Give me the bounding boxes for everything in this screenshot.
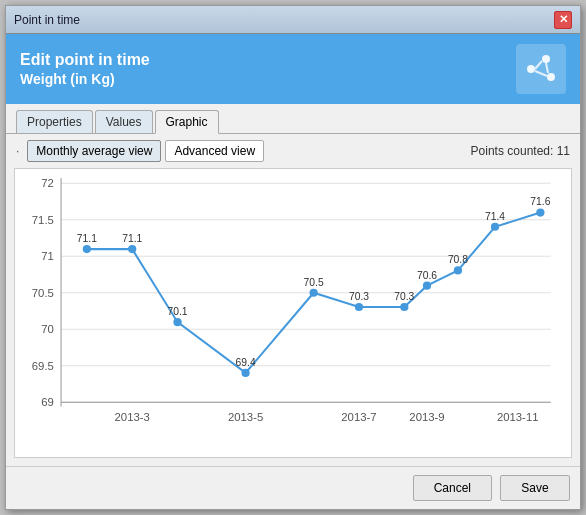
chart-point-0 — [83, 245, 91, 253]
svg-point-0 — [527, 65, 535, 73]
point-label-5: 70.3 — [349, 291, 369, 302]
chart-point-3 — [241, 369, 249, 377]
header-text: Edit point in time Weight (in Kg) — [20, 51, 150, 87]
x-label-2013-3: 2013-3 — [115, 411, 150, 423]
point-label-10: 71.6 — [530, 197, 550, 208]
cancel-button[interactable]: Cancel — [413, 475, 492, 501]
tabs-row: Properties Values Graphic — [6, 104, 580, 134]
point-label-0: 71.1 — [77, 233, 97, 244]
chart-point-4 — [309, 289, 317, 297]
chart-point-1 — [128, 245, 136, 253]
x-label-2013-11: 2013-11 — [497, 411, 539, 423]
tab-properties[interactable]: Properties — [16, 110, 93, 133]
chart-point-9 — [491, 223, 499, 231]
window-title: Point in time — [14, 13, 80, 27]
toolbar-row: · Monthly average view Advanced view Poi… — [6, 134, 580, 168]
point-label-6: 70.3 — [394, 291, 414, 302]
svg-point-1 — [542, 55, 550, 63]
svg-line-3 — [535, 61, 542, 69]
y-label-715: 71.5 — [32, 214, 54, 226]
chart-point-8 — [454, 266, 462, 274]
y-label-70: 70 — [41, 323, 54, 335]
chart-point-7 — [423, 282, 431, 290]
svg-point-2 — [547, 73, 555, 81]
y-label-705: 70.5 — [32, 287, 54, 299]
save-button[interactable]: Save — [500, 475, 570, 501]
header-icon — [516, 44, 566, 94]
point-label-2: 70.1 — [168, 306, 188, 317]
point-label-4: 70.5 — [304, 277, 324, 288]
network-icon — [521, 49, 561, 89]
svg-line-4 — [546, 63, 548, 73]
header-title-line1: Edit point in time — [20, 51, 150, 69]
x-label-2013-5: 2013-5 — [228, 411, 263, 423]
dot-separator: · — [16, 144, 19, 158]
advanced-view-button[interactable]: Advanced view — [165, 140, 264, 162]
tab-values[interactable]: Values — [95, 110, 153, 133]
chart-point-2 — [173, 318, 181, 326]
main-window: Point in time ✕ Edit point in time Weigh… — [5, 5, 581, 510]
titlebar: Point in time ✕ — [6, 6, 580, 34]
close-button[interactable]: ✕ — [554, 11, 572, 29]
svg-line-5 — [535, 71, 547, 76]
x-label-2013-7: 2013-7 — [341, 411, 376, 423]
chart-point-6 — [400, 303, 408, 311]
toolbar-left: · Monthly average view Advanced view — [16, 140, 264, 162]
chart-point-5 — [355, 303, 363, 311]
points-counted-label: Points counted: 11 — [471, 144, 570, 158]
y-label-69: 69 — [41, 396, 54, 408]
y-label-72: 72 — [41, 177, 54, 189]
x-label-2013-9: 2013-9 — [409, 411, 444, 423]
header-title-line2: Weight (in Kg) — [20, 71, 150, 87]
point-label-9: 71.4 — [485, 211, 505, 222]
line-chart: 72 71.5 71 70.5 70 69.5 69 — [25, 173, 561, 447]
monthly-average-view-button[interactable]: Monthly average view — [27, 140, 161, 162]
chart-point-10 — [536, 209, 544, 217]
point-label-7: 70.6 — [417, 270, 437, 281]
y-label-71: 71 — [41, 250, 54, 262]
footer: Cancel Save — [6, 466, 580, 509]
header-bar: Edit point in time Weight (in Kg) — [6, 34, 580, 104]
tab-graphic[interactable]: Graphic — [155, 110, 219, 134]
y-label-695: 69.5 — [32, 360, 54, 372]
point-label-1: 71.1 — [122, 233, 142, 244]
point-label-8: 70.8 — [448, 254, 468, 265]
chart-area: 72 71.5 71 70.5 70 69.5 69 — [14, 168, 572, 458]
point-label-3: 69.4 — [236, 357, 256, 368]
